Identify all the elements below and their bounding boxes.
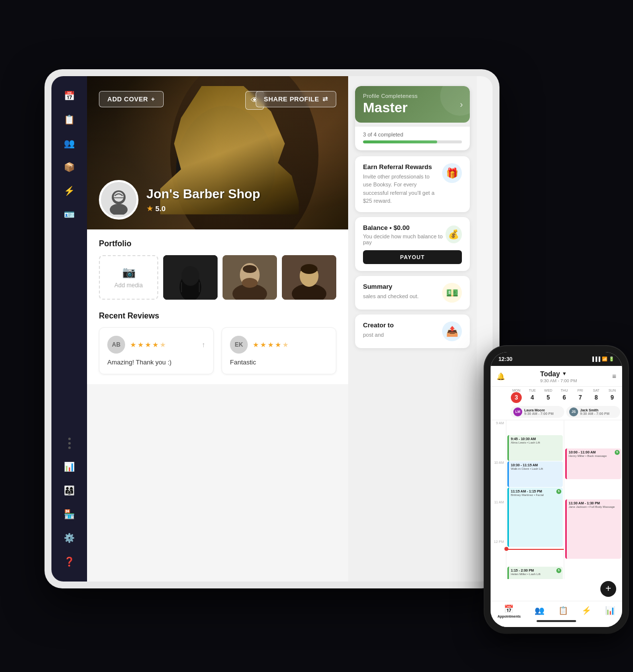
staff-name-lm: Laura Moore xyxy=(524,408,553,412)
summary-card: Summary sales and checked out. 💵 xyxy=(355,276,470,310)
sidebar-icon-store[interactable]: 🏪 xyxy=(59,504,79,524)
appointment-walkin-lash[interactable]: 10:30 - 11:15 AM Walk-in Client • Lash L… xyxy=(507,461,563,487)
star-2-3: ★ xyxy=(268,341,274,349)
calendar-title-group: Today ▼ 9:30 AM - 7:00 PM xyxy=(540,370,577,383)
add-cover-button[interactable]: ADD COVER + xyxy=(99,91,164,107)
staff-avatar-js: JS xyxy=(569,407,578,416)
day-headers: MON 3 TUE 4 WED 5 THU 6 FRI 7 xyxy=(491,387,622,404)
staff-card-lm: LM Laura Moore 9:30 AM - 7:00 PM xyxy=(510,406,564,418)
sidebar-icon-lightning[interactable]: ⚡ xyxy=(59,181,79,201)
sidebar-icon-clipboard[interactable]: 📋 xyxy=(59,110,79,130)
star-2-4: ★ xyxy=(275,341,281,349)
day-num-4[interactable]: 4 xyxy=(527,392,538,403)
time-11am: 11 AM xyxy=(491,499,506,519)
filter-icon[interactable]: ≡ xyxy=(612,372,616,380)
dollar-icon: 💵 xyxy=(442,283,462,303)
time-10am: 10 AM xyxy=(491,460,506,480)
summary-description: sales and checked out. xyxy=(363,292,436,301)
day-col-sat: SAT 8 xyxy=(588,389,604,403)
sidebar-icon-box[interactable]: 📦 xyxy=(59,157,79,177)
sidebar-icon-people[interactable]: 👥 xyxy=(59,134,79,153)
calendar-body: 9 AM 10 AM 11 AM 12 PM 1 PM 2 PM xyxy=(491,420,622,579)
review-header-1: AB ★ ★ ★ ★ ★ ↑ xyxy=(107,336,205,354)
svg-point-1 xyxy=(110,204,128,215)
profile-completeness-card[interactable]: Profile Completeness Master › xyxy=(355,86,470,123)
profile-completeness-tier: Master xyxy=(363,100,462,116)
calendar-header: 🔔 Today ▼ 9:30 AM - 7:00 PM ≡ xyxy=(491,366,622,387)
rating-number: 5.0 xyxy=(155,204,166,213)
battery-icon: 🔋 xyxy=(609,357,614,361)
day-num-8[interactable]: 8 xyxy=(591,392,602,403)
dropdown-chevron-icon[interactable]: ▼ xyxy=(562,371,567,376)
staff-info-lm: Laura Moore 9:30 AM - 7:00 PM xyxy=(524,408,553,415)
shop-name: Jon's Barber Shop xyxy=(146,186,260,202)
day-col-tue: TUE 4 xyxy=(524,389,540,403)
balance-info: Balance • $0.00 You decide how much bala… xyxy=(363,224,446,245)
day-num-5[interactable]: 5 xyxy=(543,392,554,403)
reviews-title: Recent Reviews xyxy=(99,312,336,320)
sidebar-icon-chart[interactable]: 📊 xyxy=(59,457,79,477)
day-num-7[interactable]: 7 xyxy=(575,392,586,403)
nav-team[interactable]: 👥 xyxy=(535,606,544,616)
staff-avatar-lm: LM xyxy=(513,407,522,416)
below-cover: Portfolio 📷 Add media xyxy=(87,229,348,384)
payout-button[interactable]: PAYOUT xyxy=(363,250,462,264)
appointment-alma-lewis[interactable]: 9:45 - 10:30 AM Alma Lewis • Lash Lift xyxy=(507,435,563,461)
time-empty-3 xyxy=(491,519,506,539)
day-col-sun: SUN 9 xyxy=(604,389,620,403)
add-appointment-fab[interactable]: + xyxy=(600,581,616,597)
day-num-3[interactable]: 3 xyxy=(511,392,522,403)
portfolio-image-1[interactable] xyxy=(163,255,218,300)
portfolio-img-svg-2 xyxy=(223,255,277,300)
share-text: Creator to post and xyxy=(363,321,436,341)
share-profile-button[interactable]: SHARE PROFILE ⇄ xyxy=(256,91,336,107)
share-icon-blue: 📤 xyxy=(442,321,462,341)
appointment-helen-miller[interactable]: 1:15 - 2:00 PM Helen Miller • Lash Lift … xyxy=(507,567,563,579)
signal-icon: ▐▐▐ xyxy=(591,357,600,361)
home-indicator-area xyxy=(491,620,622,622)
calendar-col-js: 10:00 - 11:00 AM Henry Miller • Back mas… xyxy=(564,420,622,579)
reviews-grid: AB ★ ★ ★ ★ ★ ↑ xyxy=(99,327,336,374)
star-1-1: ★ xyxy=(130,341,136,349)
nav-more[interactable]: 📊 xyxy=(605,606,615,616)
sidebar-icon-help[interactable]: ❓ xyxy=(59,552,79,572)
day-num-6[interactable]: 6 xyxy=(559,392,570,403)
nav-clients[interactable]: 📋 xyxy=(558,606,568,616)
portfolio-image-2[interactable] xyxy=(223,255,277,300)
svg-point-7 xyxy=(181,266,199,286)
sidebar-icon-card[interactable]: 🪪 xyxy=(59,205,79,224)
sidebar-icon-calendar[interactable]: 📅 xyxy=(59,86,79,106)
day-num-9[interactable]: 9 xyxy=(607,392,618,403)
camera-icon: 📷 xyxy=(122,266,136,279)
nav-marketing[interactable]: ⚡ xyxy=(582,606,591,616)
portfolio-add-button[interactable]: 📷 Add media xyxy=(99,255,158,300)
portfolio-image-3[interactable] xyxy=(282,255,336,300)
calendar-col-lm: 9:45 - 10:30 AM Alma Lewis • Lash Lift 1… xyxy=(506,420,564,579)
profile-completeness-widget: Profile Completeness Master › 3 of 4 com… xyxy=(355,86,470,150)
review-stars-1: ★ ★ ★ ★ ★ xyxy=(130,341,166,349)
phone-notch: 12:30 ▐▐▐ 📶 🔋 xyxy=(491,352,622,366)
referral-card[interactable]: Earn Referral Rewards Invite other profe… xyxy=(355,156,470,212)
sidebar-icon-group[interactable]: 👨‍👩‍👧 xyxy=(59,481,79,500)
time-column: 9 AM 10 AM 11 AM 12 PM 1 PM 2 PM xyxy=(491,420,506,579)
summary-text: Summary sales and checked out. xyxy=(363,283,436,303)
appointment-henry-miller[interactable]: 10:00 - 11:00 AM Henry Miller • Back mas… xyxy=(565,448,621,479)
appointment-jane-jackson[interactable]: 11:30 AM - 1:30 PM Jane Jackson • Full B… xyxy=(565,499,621,559)
profile-completeness-steps: 3 of 4 completed xyxy=(363,132,462,137)
nav-more-icon: 📊 xyxy=(605,606,615,615)
review-share-1[interactable]: ↑ xyxy=(202,341,205,349)
dollar-badge-helen: $ xyxy=(556,568,561,573)
profile-info: Jon's Barber Shop ★ 5.0 xyxy=(99,180,260,220)
sidebar-icon-settings[interactable]: ⚙️ xyxy=(59,528,79,548)
appointment-brittney-facial[interactable]: 11:15 AM - 1:15 PM Brittney Martinez • F… xyxy=(507,488,563,547)
review-header-2: EK ★ ★ ★ ★ ★ xyxy=(230,336,328,354)
nav-appointments[interactable]: 📅 Appointments xyxy=(497,604,521,618)
barber-logo-svg xyxy=(104,185,134,215)
gift-icon: 🎁 xyxy=(442,163,462,183)
notification-bell-icon[interactable]: 🔔 xyxy=(497,372,505,380)
day-col-fri: FRI 7 xyxy=(572,389,588,403)
star-1-4: ★ xyxy=(152,341,159,349)
time-empty-4 xyxy=(491,559,506,579)
referral-title: Earn Referral Rewards xyxy=(363,163,436,171)
balance-icon: 💰 xyxy=(446,225,462,243)
